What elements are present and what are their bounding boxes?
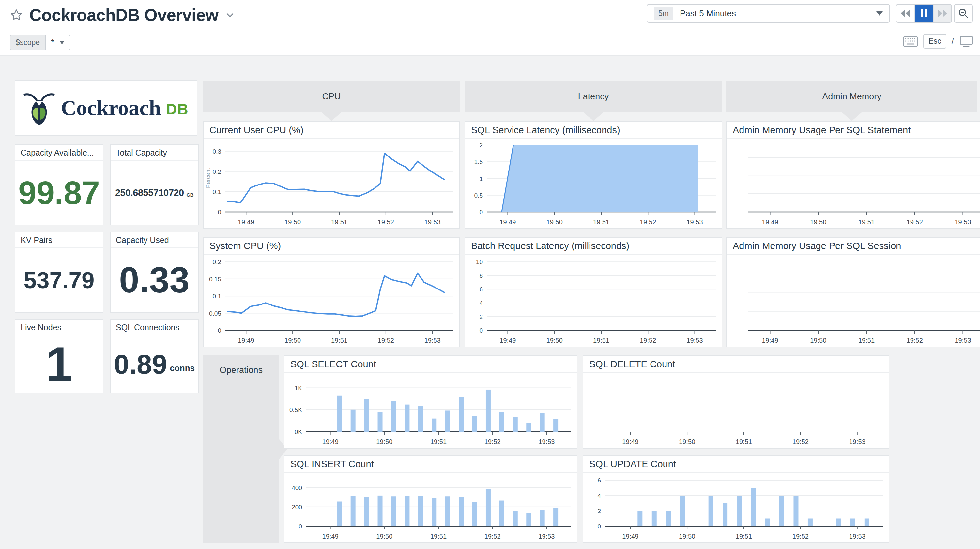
svg-text:19:52: 19:52 [484, 533, 501, 540]
timeline-controls [896, 4, 952, 23]
chart-card-admin-memory-session: Admin Memory Usage Per SQL Session 19:49… [726, 237, 980, 347]
chart-card-sql-insert-count: SQL INSERT Count 020040019:4919:5019:511… [284, 455, 578, 543]
title-chevron-down-icon[interactable] [225, 10, 235, 20]
metric-value: 99.87 [15, 161, 103, 225]
zoom-out-button[interactable] [954, 4, 973, 23]
keyboard-icon[interactable] [903, 35, 918, 47]
group-pointer [322, 113, 341, 121]
svg-text:200: 200 [292, 504, 302, 511]
chart-card-admin-memory-statement: Admin Memory Usage Per SQL Statement 19:… [726, 121, 980, 229]
metric-title: SQL Connections [111, 320, 198, 335]
group-pointer [842, 113, 862, 121]
svg-text:2: 2 [597, 508, 601, 514]
svg-text:19:53: 19:53 [686, 337, 703, 344]
svg-text:19:52: 19:52 [792, 438, 809, 445]
scope-value-text: * [51, 38, 54, 47]
svg-text:19:49: 19:49 [322, 438, 339, 445]
svg-text:0.5K: 0.5K [290, 406, 302, 413]
sql-insert-count-plot[interactable]: 020040019:4919:5019:5119:5219:53 [285, 473, 577, 543]
svg-text:19:50: 19:50 [285, 219, 301, 225]
svg-text:19:52: 19:52 [640, 337, 656, 344]
admin-memory-session-plot[interactable]: 19:4919:5019:5119:5219:53 [727, 255, 980, 347]
svg-text:0.2: 0.2 [213, 259, 221, 265]
svg-text:19:49: 19:49 [622, 533, 638, 540]
chart-card-current-user-cpu: Current User CPU (%) 00.10.20.319:4919:5… [203, 121, 460, 229]
pause-icon [920, 9, 928, 18]
scope-caret-icon [59, 41, 65, 44]
svg-text:4: 4 [597, 492, 601, 499]
svg-text:2: 2 [479, 313, 483, 320]
group-header-cpu[interactable]: CPU [203, 81, 460, 113]
chart-title: System CPU (%) [204, 238, 459, 255]
metric-title: Capacity Available... [15, 145, 103, 161]
svg-text:10: 10 [476, 259, 483, 265]
fullscreen-tv-icon[interactable] [959, 35, 974, 48]
svg-text:0.1: 0.1 [213, 293, 221, 300]
chart-title: SQL DELETE Count [583, 356, 889, 373]
chart-card-batch-request-latency: Batch Request Latency (milliseconds) 024… [465, 237, 722, 347]
chart-title: SQL INSERT Count [285, 456, 577, 473]
scope-variable-value[interactable]: * [46, 35, 70, 49]
admin-memory-statement-plot[interactable]: 19:4919:5019:5119:5219:53 [727, 139, 980, 228]
page-title: CockroachDB Overview [29, 5, 219, 25]
group-label: Operations [203, 365, 279, 375]
svg-text:0: 0 [218, 209, 221, 216]
svg-text:19:51: 19:51 [331, 337, 347, 344]
chart-card-sql-update-count: SQL UPDATE Count 024619:4919:5019:5119:5… [583, 455, 889, 543]
metric-card-live-nodes: Live Nodes 1 [15, 319, 103, 394]
svg-text:19:52: 19:52 [378, 219, 394, 225]
sql-select-count-plot[interactable]: 0K0.5K1K19:4919:5019:5119:5219:53 [285, 373, 577, 448]
template-variable-scope[interactable]: $scope * [10, 35, 70, 50]
cockroachdb-logo-card: Cockroach DB [15, 80, 197, 136]
top-header: CockroachDB Overview 5m Past 5 Minutes [0, 0, 980, 56]
svg-text:19:51: 19:51 [858, 219, 875, 225]
system-cpu-plot[interactable]: 00.050.10.150.219:4919:5019:5119:5219:53 [204, 255, 459, 347]
cockroach-bug-icon [24, 89, 55, 127]
svg-text:2: 2 [479, 142, 483, 149]
chart-card-sql-select-count: SQL SELECT Count 0K0.5K1K19:4919:5019:51… [284, 355, 578, 449]
svg-text:19:52: 19:52 [907, 337, 923, 344]
sql-update-count-plot[interactable]: 024619:4919:5019:5119:5219:53 [583, 473, 889, 543]
sql-delete-count-plot[interactable]: 19:4919:5019:5119:5219:53 [583, 373, 889, 448]
pause-button[interactable] [915, 5, 933, 22]
svg-text:19:49: 19:49 [762, 337, 778, 344]
svg-text:19:51: 19:51 [430, 533, 447, 540]
esc-button[interactable]: Esc [923, 34, 946, 49]
group-label: CPU [322, 92, 340, 102]
svg-text:0.05: 0.05 [209, 310, 221, 317]
group-header-latency[interactable]: Latency [465, 81, 722, 113]
fast-forward-button[interactable] [933, 5, 951, 22]
rewind-button[interactable] [896, 5, 915, 22]
svg-text:19:52: 19:52 [792, 533, 809, 540]
metric-card-kv-pairs: KV Pairs 537.79 [15, 232, 103, 313]
metric-unit: GB [187, 192, 194, 198]
svg-text:1K: 1K [294, 385, 302, 392]
svg-text:0.1: 0.1 [213, 189, 221, 195]
svg-text:19:53: 19:53 [955, 219, 971, 225]
group-header-admin-memory[interactable]: Admin Memory [726, 81, 977, 113]
svg-text:19:51: 19:51 [736, 438, 752, 445]
svg-text:19:51: 19:51 [430, 438, 447, 445]
svg-text:0: 0 [479, 209, 483, 216]
group-header-operations[interactable]: Operations [203, 355, 279, 543]
svg-text:1: 1 [479, 175, 483, 182]
batch-request-latency-plot[interactable]: 024681019:4919:5019:5119:5219:53 [465, 255, 722, 347]
svg-text:19:50: 19:50 [810, 337, 826, 344]
metric-title: Capacity Used [111, 232, 198, 248]
metric-title: KV Pairs [15, 232, 103, 248]
chart-title: Current User CPU (%) [204, 122, 459, 139]
magnifier-minus-icon [958, 8, 969, 19]
svg-text:6: 6 [597, 477, 601, 484]
svg-text:0.2: 0.2 [213, 168, 221, 175]
chart-title: SQL Service Latency (milliseconds) [465, 122, 722, 139]
svg-text:19:53: 19:53 [849, 438, 865, 445]
current-user-cpu-plot[interactable]: 00.10.20.319:4919:5019:5119:5219:53Perce… [204, 139, 459, 228]
favorite-star-icon[interactable] [10, 8, 23, 22]
sql-service-latency-plot[interactable]: 00.511.5219:4919:5019:5119:5219:53 [465, 139, 722, 228]
logo-wordmark: Cockroach [60, 95, 161, 120]
time-range-picker[interactable]: 5m Past 5 Minutes [647, 4, 890, 23]
svg-text:0.5: 0.5 [474, 192, 483, 199]
svg-text:19:53: 19:53 [686, 219, 703, 225]
svg-text:19:50: 19:50 [679, 438, 695, 445]
group-pointer [584, 113, 603, 121]
